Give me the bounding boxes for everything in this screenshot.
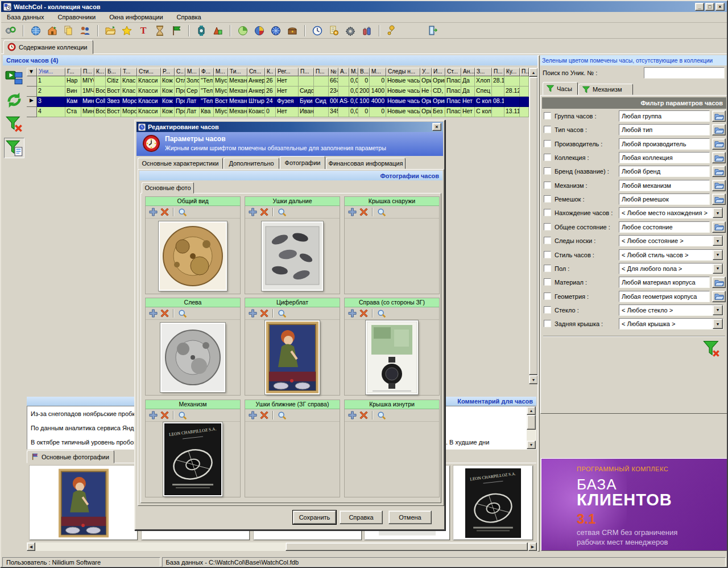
browse-folder-icon[interactable] (712, 221, 726, 233)
filter-value[interactable]: < Любое место нахождения > (619, 207, 723, 219)
dropdown-arrow-icon[interactable]: ▼ (713, 264, 723, 274)
column-header[interactable]: М... (214, 68, 228, 76)
filter-checkbox[interactable] (544, 306, 551, 314)
doc-settings-icon[interactable] (328, 24, 340, 37)
chest-icon[interactable] (286, 24, 299, 37)
browse-folder-icon[interactable] (712, 152, 726, 163)
add-photo-icon[interactable] (249, 208, 257, 216)
add-photo-icon[interactable] (149, 411, 158, 419)
delete-photo-icon[interactable] (359, 208, 368, 216)
dropdown-arrow-icon[interactable]: ▼ (713, 236, 723, 246)
browse-folder-icon[interactable] (712, 194, 726, 205)
filter-value[interactable]: < Любое состояние > (619, 235, 723, 246)
add-photo-icon[interactable] (348, 309, 357, 318)
filter-value[interactable]: Любая группа (619, 110, 710, 122)
scrollbar-thumb[interactable] (286, 542, 528, 551)
column-header[interactable]: Ти... (228, 68, 247, 76)
column-header[interactable]: П... (81, 68, 94, 76)
filter-checkbox[interactable] (544, 265, 551, 272)
filter-checkbox[interactable] (544, 140, 551, 147)
filter-checkbox[interactable] (544, 293, 551, 300)
column-header[interactable]: П... (492, 68, 504, 76)
browse-folder-icon[interactable] (712, 277, 726, 288)
column-header[interactable]: Ку... (504, 68, 520, 76)
copy-pages-icon[interactable] (63, 24, 75, 37)
zoom-photo-icon[interactable] (278, 208, 287, 217)
home-transfer-icon[interactable] (46, 24, 59, 37)
filter-report-button[interactable] (4, 138, 24, 158)
delete-photo-icon[interactable] (359, 411, 368, 419)
filter-checkbox[interactable] (544, 209, 551, 216)
dropdown-arrow-icon[interactable]: ▼ (713, 319, 723, 329)
dialog-tab-finance[interactable]: Финансовая информация (326, 158, 406, 169)
column-header[interactable]: И... (432, 68, 445, 76)
globe-icon[interactable] (30, 24, 42, 37)
filter-value[interactable]: Любой ремешок (619, 194, 710, 205)
column-header[interactable]: З... (475, 68, 492, 76)
dropdown-arrow-icon[interactable]: ▼ (713, 208, 723, 218)
column-header[interactable]: П... (299, 68, 314, 76)
menu-item-0[interactable]: База данных (7, 14, 44, 20)
tab-collection-contents[interactable]: Содержание коллекции (3, 40, 93, 54)
thumbnail-scrollbar[interactable]: ◀ ▶ (27, 542, 537, 551)
wrench-icon[interactable] (386, 24, 398, 37)
browse-folder-icon[interactable] (712, 166, 726, 177)
subtab-main-photos[interactable]: Основные фото (142, 182, 194, 194)
ad-banner[interactable]: ПРОГРАММНЫЙ КОМПЛЕКС БАЗА КЛИЕНТОВ 3.1 с… (541, 458, 727, 551)
scroll-down-icon[interactable]: ▼ (529, 375, 538, 384)
menu-item-3[interactable]: Справка (177, 14, 201, 20)
filter-checkbox[interactable] (544, 182, 551, 189)
sort-chart-icon[interactable] (212, 24, 224, 37)
delete-photo-icon[interactable] (160, 411, 169, 419)
column-header[interactable]: А.. (338, 68, 349, 76)
close-button[interactable]: × (715, 3, 725, 11)
filter-checkbox[interactable] (544, 251, 551, 258)
refresh-button[interactable] (4, 90, 24, 110)
filter-checkbox[interactable] (544, 278, 551, 286)
globe-snow-icon[interactable] (270, 24, 282, 37)
star-icon[interactable] (121, 24, 133, 37)
minimize-button[interactable]: _ (695, 3, 704, 11)
flag-icon[interactable] (170, 24, 183, 37)
column-header[interactable]: Сти... (137, 68, 161, 76)
scroll-up-icon[interactable]: ▲ (529, 68, 538, 77)
dropdown-arrow-icon[interactable]: ▼ (713, 250, 723, 260)
column-header[interactable]: Следы н... (386, 68, 420, 76)
column-header[interactable]: М... (185, 68, 200, 76)
column-header[interactable]: К... (94, 68, 106, 76)
table-row[interactable]: 1НарMIYOCitizКласКлассиКожОтлЗоло"ТелMiy… (27, 76, 529, 87)
browse-folder-icon[interactable] (712, 110, 726, 122)
menu-item-2[interactable]: Окна информации (109, 14, 163, 20)
filter-value[interactable]: < Любое стекло > (619, 304, 723, 316)
table-row[interactable]: ▶3КамМинCollЗвезМорсКлассиКожПроЛат"ТелВ… (27, 97, 529, 107)
zoom-photo-icon[interactable] (278, 411, 287, 420)
zoom-photo-icon[interactable] (377, 208, 386, 217)
exit-door-icon[interactable] (427, 24, 439, 37)
column-header[interactable]: № (329, 68, 338, 76)
column-header[interactable]: Сп... (247, 68, 265, 76)
filter-value[interactable]: Любая коллекция (619, 152, 710, 163)
pie-clock-icon[interactable] (237, 24, 249, 37)
column-header[interactable]: М... (370, 68, 386, 76)
dialog-close-button[interactable]: × (432, 123, 441, 131)
filter-checkbox[interactable] (544, 195, 551, 203)
filter-checkbox[interactable] (544, 237, 551, 244)
browse-folder-icon[interactable] (712, 138, 726, 150)
add-photo-icon[interactable] (348, 411, 357, 419)
comment-scrollbar[interactable]: ▲ ▼ (527, 406, 536, 449)
browse-folder-icon[interactable] (712, 124, 726, 135)
menu-item-1[interactable]: Справочники (58, 14, 96, 20)
filter-value[interactable]: < Любой стиль часов > (619, 249, 723, 261)
column-header[interactable]: Б... (106, 68, 121, 76)
clear-filter-button[interactable] (4, 114, 24, 134)
zoom-photo-icon[interactable] (178, 411, 187, 420)
column-header[interactable]: П... (314, 68, 329, 76)
apply-filter-icon[interactable] (702, 339, 721, 358)
column-header[interactable]: Рег... (276, 68, 299, 76)
users-icon[interactable] (79, 24, 92, 37)
dialog-tab-additional[interactable]: Дополнительно (224, 158, 279, 169)
globe-chart-icon[interactable] (253, 24, 266, 37)
column-header[interactable]: Ан... (461, 68, 475, 76)
filter-value[interactable]: Любой бренд (619, 166, 710, 177)
text-format-icon[interactable]: T (137, 24, 150, 37)
